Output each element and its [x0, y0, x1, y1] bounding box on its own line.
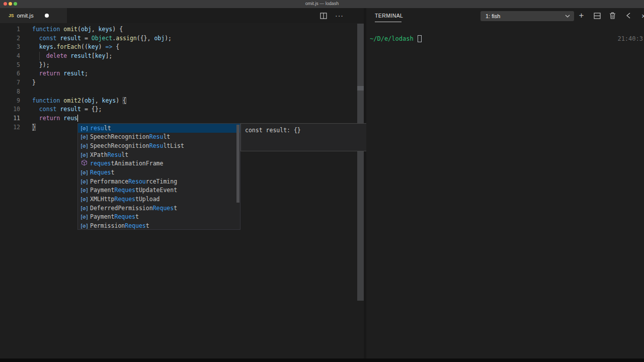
terminal-clock-text: 21:40:3: [617, 35, 643, 42]
variable-icon: [⊘]: [78, 142, 90, 149]
chevron-left-icon[interactable]: [620, 13, 636, 19]
code-text: return reus: [32, 115, 78, 122]
editor-scrollbar[interactable]: [357, 23, 364, 358]
code-line[interactable]: 3 keys.forEach((key) => {: [0, 43, 357, 52]
variable-icon: [⊘]: [78, 187, 90, 194]
suggestion-item[interactable]: [⊘]XMLHttpRequestUpload: [78, 195, 240, 204]
variable-icon: [⊘]: [78, 178, 90, 185]
suggestion-label: XMLHttpRequestUpload: [90, 196, 159, 203]
suggestion-item[interactable]: [⊘]Request: [78, 168, 240, 177]
code-line[interactable]: 9function omit2(obj, keys) {: [0, 97, 357, 106]
bracket-match: }: [32, 124, 36, 131]
line-number: 4: [0, 52, 20, 61]
suggest-scrollbar-thumb[interactable]: [236, 125, 239, 203]
suggestion-label: PerformanceResourceTiming: [90, 178, 177, 185]
active-tab-underline: [375, 22, 401, 22]
code-line[interactable]: 2 const result = Object.assign({}, obj);: [0, 34, 357, 43]
vscode-workspace: JS omit.js ··· 1function omit(obj, keys)…: [0, 8, 644, 358]
tab-bar: JS omit.js ···: [0, 8, 364, 23]
javascript-file-icon: JS: [9, 13, 14, 18]
tab-terminal[interactable]: TERMINAL: [375, 13, 403, 19]
code-line[interactable]: 7}: [0, 78, 357, 87]
suggestion-item[interactable]: [⊘]SpeechRecognitionResult: [78, 133, 240, 142]
line-number: 7: [0, 78, 20, 87]
suggestion-label: result: [90, 125, 111, 132]
suggestion-label: PaymentRequestUpdateEvent: [90, 187, 177, 194]
line-number: 12: [0, 123, 20, 132]
suggestion-label: XPathResult: [90, 151, 128, 158]
suggestion-item[interactable]: requestAnimationFrame: [78, 159, 240, 168]
text-cursor: [77, 115, 78, 122]
variable-icon: [⊘]: [78, 222, 90, 229]
close-panel-icon[interactable]: ×: [636, 12, 644, 20]
line-number: 6: [0, 69, 20, 78]
code-line[interactable]: 6 return result;: [0, 69, 357, 78]
line-number: 3: [0, 43, 20, 52]
line-number: 11: [0, 114, 20, 123]
terminal-select-dropdown[interactable]: 1: fish: [480, 11, 574, 21]
suggestion-item[interactable]: [⊘]PaymentRequestUpdateEvent: [78, 186, 240, 195]
tab-label: omit.js: [17, 13, 33, 19]
variable-icon: [⊘]: [78, 205, 90, 212]
screen-bottom-edge: [0, 358, 644, 362]
suggestion-label: PaymentRequest: [90, 213, 139, 220]
line-number: 2: [0, 34, 20, 43]
line-number: 10: [0, 105, 20, 114]
variable-icon: [⊘]: [78, 196, 90, 203]
suggest-widget: [⊘]result[⊘]SpeechRecognitionResult[⊘]Sp…: [77, 123, 240, 230]
suggestion-item[interactable]: [⊘]PaymentRequest: [78, 213, 240, 222]
titlebar: omit.js — lodash: [0, 0, 644, 8]
code-line[interactable]: 10 const result = {};: [0, 105, 357, 114]
code-line[interactable]: 1function omit(obj, keys) {: [0, 25, 357, 34]
editor-scrollbar-thumb[interactable]: [357, 24, 364, 301]
split-editor-icon[interactable]: [320, 13, 327, 19]
code-text: }: [32, 124, 36, 131]
code-line[interactable]: 8: [0, 87, 357, 97]
code-text: function omit(obj, keys) {: [32, 26, 123, 33]
terminal-prompt-line: ~/D/e/lodash: [370, 35, 422, 42]
code-line[interactable]: 11 return reus: [0, 114, 357, 123]
line-number: 8: [0, 87, 20, 97]
code-text: return result;: [32, 70, 88, 77]
method-cube-icon: [78, 159, 90, 167]
suggestion-item[interactable]: [⊘]result: [78, 124, 240, 133]
variable-icon: [⊘]: [78, 125, 90, 132]
kill-terminal-trash-icon[interactable]: [605, 12, 620, 19]
suggestion-item[interactable]: [⊘]PermissionRequest: [78, 221, 240, 230]
code-text: delete result[key];: [32, 52, 112, 59]
code-text: function omit2(obj, keys) {: [32, 97, 126, 104]
editor-actions: ···: [320, 8, 344, 23]
suggestion-item[interactable]: [⊘]XPathResult: [78, 150, 240, 159]
code-line[interactable]: 4 delete result[key];: [0, 52, 357, 61]
suggest-list: [⊘]result[⊘]SpeechRecognitionResult[⊘]Sp…: [78, 124, 240, 230]
suggestion-label: SpeechRecognitionResultList: [90, 142, 184, 149]
code-text: keys.forEach((key) => {: [32, 43, 119, 50]
terminal-viewport[interactable]: ~/D/e/lodash 21:40:3: [366, 23, 644, 358]
code-text: }: [32, 79, 36, 86]
code-text: const result = {};: [32, 106, 102, 113]
terminal-cursor: [418, 35, 422, 42]
line-number: 5: [0, 61, 20, 70]
variable-icon: [⊘]: [78, 169, 90, 176]
suggestion-label: SpeechRecognitionResult: [90, 133, 170, 140]
variable-icon: [⊘]: [78, 151, 90, 158]
suggestion-item[interactable]: [⊘]DeferredPermissionRequest: [78, 204, 240, 213]
panel-action-icons: + ×: [574, 8, 644, 23]
terminal-panel: TERMINAL 1: fish + × ~/D/e/lodash 21:40:…: [366, 8, 644, 358]
suggestion-item[interactable]: [⊘]SpeechRecognitionResultList: [78, 141, 240, 150]
suggestion-item[interactable]: [⊘]PerformanceResourceTiming: [78, 177, 240, 186]
new-terminal-icon[interactable]: +: [574, 11, 589, 21]
modified-dot-icon[interactable]: [45, 14, 49, 18]
line-number: 1: [0, 25, 20, 34]
more-actions-icon[interactable]: ···: [335, 12, 344, 20]
split-terminal-icon[interactable]: [589, 13, 605, 19]
code-text: });: [32, 61, 50, 68]
suggestion-label: DeferredPermissionRequest: [90, 205, 177, 212]
code-lines: 1function omit(obj, keys) {2 const resul…: [0, 25, 357, 132]
tab-omit-js[interactable]: JS omit.js: [0, 8, 67, 23]
editor-scrollbar-marker: [357, 86, 364, 90]
code-line[interactable]: 5 });: [0, 61, 357, 70]
suggest-details-text: const result: {}: [245, 127, 301, 134]
variable-icon: [⊘]: [78, 133, 90, 140]
variable-icon: [⊘]: [78, 213, 90, 220]
